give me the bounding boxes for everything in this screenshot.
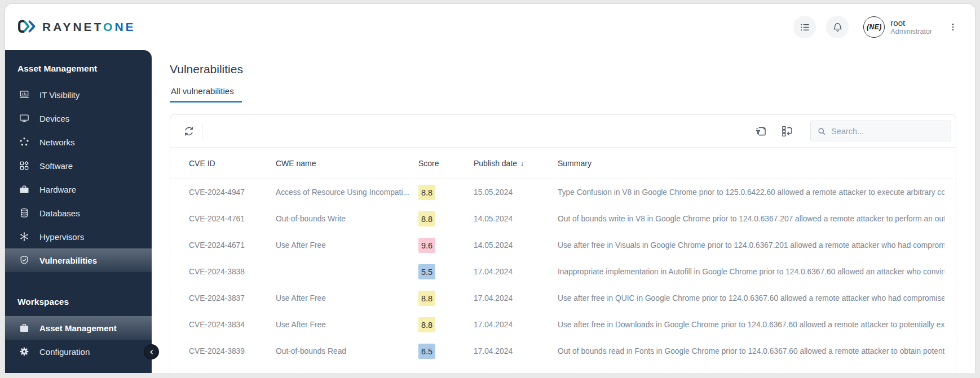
score-badge: 8.8 <box>418 291 435 306</box>
software-boxes-icon <box>19 160 30 171</box>
cell-cve-id: CVE-2024-3838 <box>189 268 276 276</box>
task-list-button[interactable] <box>793 16 816 38</box>
user-menu[interactable]: (NE) root Administrator <box>863 16 932 38</box>
search-icon <box>816 126 827 136</box>
cell-cve-id: CVE-2024-4947 <box>189 188 276 197</box>
table-row[interactable]: CVE-2024-4761 Out-of-bounds Write 8.8 14… <box>170 206 956 232</box>
cell-cwe-name: Use After Free <box>276 294 418 303</box>
cell-summary: Use after free in QUIC in Google Chrome … <box>558 294 944 303</box>
cell-cwe-name: Use After Free <box>276 321 418 329</box>
column-header-cwe-name[interactable]: CWE name <box>276 159 418 168</box>
brand-logo[interactable]: RAYNETONE <box>17 19 136 35</box>
column-header-summary[interactable]: Summary <box>558 159 944 168</box>
cell-publish-date: 17.04.2024 <box>474 321 558 329</box>
table-header-row: CVE ID CWE name Score Publish date↓ Summ… <box>170 148 956 179</box>
monitor-icon <box>19 113 30 124</box>
briefcase-icon <box>19 322 30 333</box>
sidebar-item-workspace-asset-management[interactable]: Asset Management <box>5 316 152 340</box>
gear-icon <box>19 346 30 357</box>
score-badge: 9.6 <box>418 238 435 253</box>
chevron-left-icon <box>148 348 156 356</box>
overflow-menu-button[interactable] <box>946 19 960 35</box>
cell-publish-date: 15.05.2024 <box>474 188 558 197</box>
cell-score: 8.8 <box>418 185 474 200</box>
sidebar-item-vulnerabilities[interactable]: Vulnerabilities <box>5 248 152 272</box>
cell-score: 5.5 <box>418 264 474 279</box>
cell-publish-date: 17.04.2024 <box>474 268 558 276</box>
column-header-score[interactable]: Score <box>418 159 474 168</box>
hypervisor-icon <box>19 231 30 242</box>
sidebar-collapse-button[interactable] <box>144 344 159 359</box>
notifications-button[interactable] <box>826 16 849 38</box>
search-input[interactable] <box>831 127 945 136</box>
cell-cwe-name: Use After Free <box>276 241 418 250</box>
cell-summary: Use after free in Visuals in Google Chro… <box>558 241 944 250</box>
sidebar-item-hypervisors[interactable]: Hypervisors <box>5 225 152 248</box>
cell-cwe-name: Out-of-bounds Write <box>276 215 418 223</box>
table-row[interactable]: CVE-2024-3837 Use After Free 8.8 17.04.2… <box>170 285 956 312</box>
table-row[interactable]: CVE-2024-4671 Use After Free 9.6 14.05.2… <box>170 232 956 259</box>
column-header-cve-id[interactable]: CVE ID <box>189 159 276 168</box>
main-content: Vulnerabilities All vulnerabilities <box>152 50 975 373</box>
cell-score: 8.8 <box>418 317 474 332</box>
table-row[interactable]: CVE-2024-3834 Use After Free 8.8 17.04.2… <box>170 312 956 338</box>
toolbar-divider <box>202 124 202 139</box>
page-title: Vulnerabilities <box>170 61 956 77</box>
score-badge: 5.5 <box>418 264 435 279</box>
refresh-icon <box>183 125 195 137</box>
avatar: (NE) <box>863 16 885 38</box>
sidebar-item-devices[interactable]: Devices <box>5 106 152 130</box>
sidebar: Asset Management IT Visibility <box>5 50 152 373</box>
sidebar-item-hardware[interactable]: Hardware <box>5 177 152 201</box>
cell-cwe-name: Access of Resource Using Incompati... <box>276 188 418 197</box>
kebab-icon <box>948 21 958 33</box>
cell-score: 8.8 <box>418 211 474 226</box>
sidebar-item-configuration[interactable]: Configuration <box>5 340 152 363</box>
sidebar-item-software[interactable]: Software <box>5 154 152 177</box>
vulnerabilities-table-card: CVE ID CWE name Score Publish date↓ Summ… <box>170 114 956 373</box>
task-list-icon <box>799 21 811 33</box>
user-role: Administrator <box>890 28 932 35</box>
cell-cve-id: CVE-2024-3837 <box>189 294 276 303</box>
table-row[interactable]: CVE-2024-4947 Access of Resource Using I… <box>170 179 956 206</box>
cell-publish-date: 14.05.2024 <box>474 241 558 250</box>
cell-score: 6.5 <box>418 344 474 359</box>
cell-summary: Out of bounds write in V8 in Google Chro… <box>558 215 944 223</box>
score-badge: 6.5 <box>418 344 435 359</box>
database-icon <box>19 207 30 219</box>
cell-summary: Inappropriate implementation in Autofill… <box>558 268 944 276</box>
table-row[interactable]: CVE-2024-3839 Out-of-bounds Read 6.5 17.… <box>170 338 956 364</box>
column-header-publish-date[interactable]: Publish date↓ <box>474 159 558 168</box>
cell-cve-id: CVE-2024-4761 <box>189 215 276 223</box>
table-body: CVE-2024-4947 Access of Resource Using I… <box>170 179 956 373</box>
cell-publish-date: 14.05.2024 <box>474 215 558 223</box>
cell-cwe-name: Out-of-bounds Read <box>276 347 418 355</box>
sidebar-section-asset-management: Asset Management <box>5 58 152 79</box>
sidebar-item-it-visibility[interactable]: IT Visibility <box>5 83 152 106</box>
cell-publish-date: 17.04.2024 <box>474 294 558 303</box>
refresh-button[interactable] <box>179 122 198 141</box>
app-window: RAYNETONE <box>5 3 975 373</box>
cell-publish-date: 17.04.2024 <box>474 347 558 355</box>
toolbox-icon <box>19 184 30 195</box>
search-box <box>810 121 951 141</box>
network-icon <box>19 136 30 148</box>
cell-cve-id: CVE-2024-3834 <box>189 321 276 329</box>
brand-logo-icon <box>17 19 37 35</box>
bell-icon <box>832 21 844 33</box>
column-chooser-icon <box>780 124 794 138</box>
sidebar-item-databases[interactable]: Databases <box>5 201 152 225</box>
score-badge: 8.8 <box>418 211 435 226</box>
filter-document-icon <box>754 124 768 138</box>
table-row[interactable]: CVE-2024-3838 5.5 17.04.2024 Inappropria… <box>170 259 956 285</box>
tab-all-vulnerabilities[interactable]: All vulnerabilities <box>170 86 242 103</box>
shield-check-icon <box>19 255 30 266</box>
score-badge: 8.8 <box>418 185 435 200</box>
sidebar-item-networks[interactable]: Networks <box>5 130 152 154</box>
choose-columns-button[interactable] <box>778 122 797 141</box>
presentation-icon <box>19 89 30 100</box>
cell-summary: Out of bounds read in Fonts in Google Ch… <box>558 347 944 355</box>
top-bar: RAYNETONE <box>5 4 975 50</box>
export-filtered-button[interactable] <box>752 122 771 141</box>
sidebar-section-workspaces: Workspaces <box>5 291 152 313</box>
